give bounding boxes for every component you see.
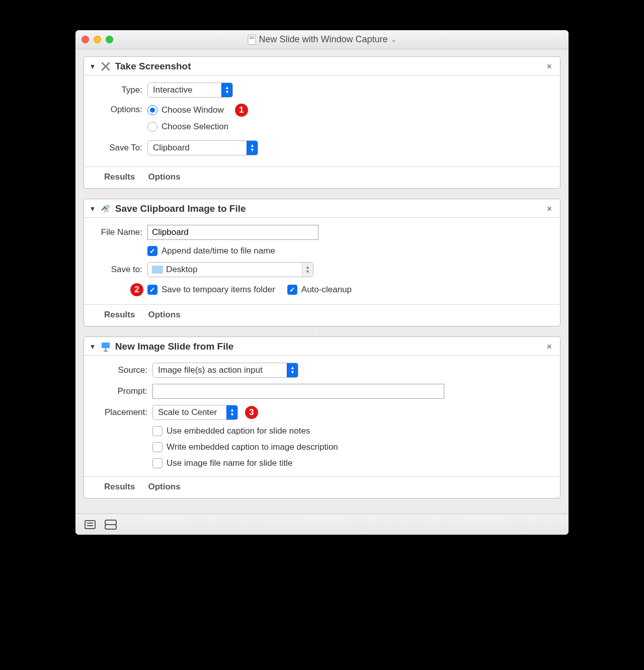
radio-label: Choose Window	[162, 105, 224, 115]
checkbox-checked-icon	[287, 285, 297, 295]
svg-rect-2	[102, 343, 110, 348]
prompt-input[interactable]	[152, 384, 444, 399]
checkbox-unchecked-icon	[152, 458, 163, 468]
card-title: Save Clipboard Image to File	[115, 203, 246, 214]
stepper-icon: ▲▼	[287, 363, 298, 377]
card-title: New Image Slide from File	[115, 341, 233, 352]
window-title[interactable]: New Slide with Window Capture ⌄	[248, 34, 396, 45]
chevron-down-icon: ⌄	[391, 36, 396, 43]
type-value: Interactive	[148, 85, 221, 95]
close-window-button[interactable]	[82, 36, 89, 43]
source-value: Image file(s) as action input	[153, 365, 287, 375]
auto-cleanup-checkbox[interactable]: Auto-cleanup	[287, 285, 352, 295]
card-footer: Results Options	[84, 476, 560, 498]
source-label: Source:	[92, 365, 152, 375]
folder-icon	[152, 266, 163, 274]
annotation-badge-3: 3	[245, 406, 258, 419]
filename-input[interactable]	[147, 225, 318, 240]
utilities-icon	[100, 61, 111, 72]
flow-view-icon[interactable]	[105, 520, 117, 530]
svg-rect-1	[106, 205, 110, 208]
action-new-image-slide: ▼ New Image Slide from File × Source: Im…	[84, 337, 560, 498]
disclosure-triangle-icon[interactable]: ▼	[90, 343, 96, 351]
stepper-icon: ▲▼	[302, 263, 313, 277]
checkbox-checked-icon	[147, 246, 157, 256]
radio-selected-icon	[147, 105, 157, 115]
caption-desc-checkbox[interactable]: Write embedded caption to image descript…	[152, 442, 338, 452]
minimize-window-button[interactable]	[94, 36, 101, 43]
radio-choose-selection[interactable]: Choose Selection	[147, 122, 228, 132]
checkbox-label: Append date/time to file name	[162, 246, 275, 256]
caption-notes-checkbox[interactable]: Use embedded caption for slide notes	[152, 426, 310, 436]
stepper-icon: ▲▼	[247, 141, 258, 155]
action-save-clipboard: ▼ Save Clipboard Image to File × File Na…	[84, 199, 560, 326]
saveto-folder-popup[interactable]: Desktop ▲▼	[147, 262, 313, 277]
checkbox-unchecked-icon	[152, 426, 163, 436]
window-title-text: New Slide with Window Capture	[259, 34, 387, 45]
card-header: ▼ Take Screenshot ×	[84, 57, 560, 75]
keynote-icon	[100, 341, 111, 352]
zoom-window-button[interactable]	[106, 36, 113, 43]
document-icon	[248, 35, 256, 45]
svg-rect-3	[105, 348, 106, 351]
saveto-label: Save To:	[92, 143, 147, 153]
filename-label: File Name:	[92, 227, 147, 237]
radio-unselected-icon	[147, 122, 157, 132]
options-button[interactable]: Options	[148, 172, 180, 182]
filename-title-checkbox[interactable]: Use image file name for slide title	[152, 458, 292, 468]
radio-choose-window[interactable]: Choose Window	[147, 105, 224, 115]
clipboard-icon	[100, 203, 111, 214]
checkbox-label: Save to tempoary items folder	[162, 285, 275, 295]
append-date-checkbox[interactable]: Append date/time to file name	[147, 246, 275, 256]
automator-window: New Slide with Window Capture ⌄ ▼ Take S…	[75, 30, 569, 535]
checkbox-label: Use image file name for slide title	[167, 458, 292, 468]
disclosure-triangle-icon[interactable]: ▼	[90, 62, 96, 70]
placement-value: Scale to Center	[153, 407, 226, 417]
card-header: ▼ Save Clipboard Image to File ×	[84, 199, 560, 218]
saveto-popup[interactable]: Clipboard ▲▼	[147, 140, 258, 155]
list-view-icon[interactable]	[85, 520, 96, 529]
results-button[interactable]: Results	[104, 482, 135, 492]
checkbox-label: Auto-cleanup	[301, 285, 352, 295]
stepper-icon: ▲▼	[221, 83, 232, 97]
checkbox-unchecked-icon	[152, 442, 163, 452]
checkbox-label: Use embedded caption for slide notes	[167, 426, 310, 436]
action-take-screenshot: ▼ Take Screenshot × Type: Interactive ▲▼…	[84, 56, 560, 189]
options-button[interactable]: Options	[148, 482, 180, 492]
stepper-icon: ▲▼	[226, 405, 237, 420]
close-icon[interactable]: ×	[544, 342, 554, 352]
options-button[interactable]: Options	[148, 310, 180, 320]
save-temp-checkbox[interactable]: Save to tempoary items folder	[147, 285, 275, 295]
annotation-badge-2: 2	[130, 283, 143, 296]
disclosure-triangle-icon[interactable]: ▼	[90, 205, 96, 213]
source-popup[interactable]: Image file(s) as action input ▲▼	[152, 363, 298, 378]
options-label: Options:	[92, 104, 147, 115]
prompt-label: Prompt:	[92, 386, 152, 396]
close-icon[interactable]: ×	[544, 61, 554, 72]
checkbox-label: Write embedded caption to image descript…	[167, 442, 338, 452]
saveto-label: Save to:	[92, 265, 147, 275]
bottom-toolbar	[75, 514, 569, 535]
workflow-body: ▼ Take Screenshot × Type: Interactive ▲▼…	[75, 49, 569, 514]
saveto-value: Clipboard	[148, 143, 247, 153]
close-icon[interactable]: ×	[544, 204, 554, 214]
card-footer: Results Options	[84, 304, 560, 326]
saveto-value: Desktop	[166, 265, 302, 275]
placement-popup[interactable]: Scale to Center ▲▼	[152, 405, 238, 420]
results-button[interactable]: Results	[104, 310, 135, 320]
traffic-lights	[82, 36, 113, 43]
checkbox-checked-icon	[147, 285, 157, 295]
radio-label: Choose Selection	[162, 122, 228, 132]
card-title: Take Screenshot	[115, 61, 191, 72]
type-label: Type:	[92, 85, 147, 95]
type-popup[interactable]: Interactive ▲▼	[147, 82, 233, 98]
annotation-badge-1: 1	[235, 104, 248, 117]
results-button[interactable]: Results	[104, 172, 135, 182]
card-footer: Results Options	[84, 166, 560, 188]
placement-label: Placement:	[92, 407, 152, 417]
titlebar: New Slide with Window Capture ⌄	[75, 30, 569, 49]
card-header: ▼ New Image Slide from File ×	[84, 337, 560, 356]
svg-rect-4	[104, 351, 108, 352]
